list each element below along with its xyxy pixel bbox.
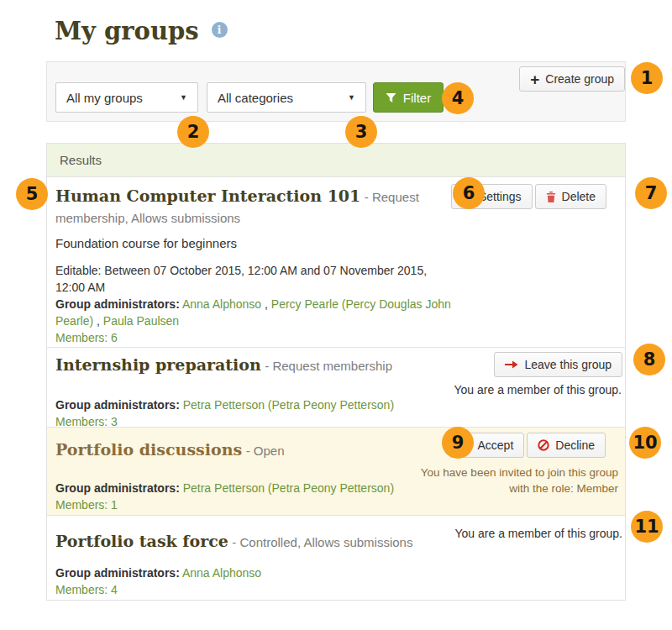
- results-list: Results Human Computer Interaction 101 -…: [46, 143, 626, 601]
- admin-link[interactable]: Paula Paulsen: [103, 314, 179, 328]
- plus-icon: +: [530, 71, 539, 87]
- admin-separator: ,: [93, 314, 103, 328]
- delete-button[interactable]: Delete: [535, 184, 606, 209]
- group-admins-label: Group administrators:: [55, 481, 180, 495]
- group-admins-label: Group administrators:: [55, 398, 180, 412]
- funnel-icon: [386, 92, 396, 103]
- admin-link[interactable]: Anna Alphonso: [182, 297, 261, 311]
- callout-11: 11: [631, 511, 663, 543]
- decline-button-label: Decline: [555, 438, 595, 452]
- group-filter-select[interactable]: All my groups ▼: [55, 82, 198, 113]
- decline-button[interactable]: Decline: [527, 433, 606, 458]
- admin-separator: ,: [261, 297, 271, 311]
- filter-bar: All my groups ▼ All categories ▼ Filter …: [46, 61, 626, 122]
- group-title-link[interactable]: Portfolio discussions: [55, 440, 242, 459]
- group-title-link[interactable]: Internship preparation: [55, 355, 261, 374]
- caret-down-icon: ▼: [180, 93, 187, 102]
- filter-button-label: Filter: [403, 91, 431, 105]
- group-members-link[interactable]: Members: 4: [55, 581, 612, 598]
- my-groups-page: My groups i All my groups ▼ All categori…: [0, 0, 672, 630]
- invitation-note: You have been invited to join this group…: [418, 465, 618, 496]
- group-admins-label: Group administrators:: [55, 297, 180, 311]
- callout-2: 2: [177, 116, 209, 148]
- group-row-internship-preparation: Internship preparation - Request members…: [47, 347, 625, 427]
- membership-note: You are a member of this group.: [454, 383, 622, 396]
- group-type-label: - Controlled, Allows submissions: [232, 535, 412, 549]
- group-description: Foundation course for beginners: [55, 235, 612, 252]
- caret-down-icon: ▼: [348, 93, 355, 102]
- admin-link[interactable]: Petra Petterson (Petra Peony Petterson): [183, 398, 394, 412]
- group-admins: Group administrators: Petra Petterson (P…: [55, 396, 612, 413]
- category-filter-value: All categories: [218, 91, 293, 105]
- group-title-link[interactable]: Human Computer Interaction 101: [55, 186, 360, 205]
- callout-10: 10: [629, 427, 661, 459]
- trash-icon: [546, 192, 556, 202]
- create-group-button[interactable]: + Create group: [519, 66, 625, 92]
- delete-button-label: Delete: [562, 190, 596, 203]
- group-title-link[interactable]: Portfolio task force: [55, 532, 228, 550]
- results-header: Results: [47, 144, 625, 177]
- callout-6: 6: [453, 177, 485, 209]
- callout-4: 4: [442, 82, 474, 114]
- callout-7: 7: [635, 177, 667, 209]
- callout-5: 5: [16, 178, 48, 210]
- group-action-buttons: Leave this group: [494, 352, 622, 377]
- filter-button[interactable]: Filter: [373, 82, 444, 113]
- callout-9: 9: [442, 427, 474, 459]
- prohibition-icon: [538, 439, 549, 451]
- callout-8: 8: [633, 344, 665, 375]
- group-type-label: - Open: [246, 444, 285, 458]
- callout-3: 3: [345, 116, 377, 148]
- group-title-line: Human Computer Interaction 101 - Request…: [55, 186, 433, 228]
- group-admins-label: Group administrators:: [55, 566, 180, 580]
- page-header: My groups i: [55, 18, 228, 45]
- membership-note: You are a member of this group.: [455, 526, 623, 541]
- group-admins: Group administrators: Anna Alphonso: [55, 564, 612, 581]
- callout-1: 1: [631, 62, 663, 94]
- leave-group-label: Leave this group: [524, 358, 612, 371]
- leave-group-button[interactable]: Leave this group: [494, 352, 622, 377]
- group-type-label: - Request membership: [265, 359, 392, 373]
- settings-button-label: Settings: [479, 190, 522, 203]
- group-members-link[interactable]: Members: 1: [55, 496, 612, 513]
- group-row-human-computer-interaction: Human Computer Interaction 101 - Request…: [47, 177, 625, 347]
- category-filter-select[interactable]: All categories ▼: [207, 82, 366, 113]
- group-filter-value: All my groups: [66, 91, 143, 105]
- group-editable-window: Editable: Between 07 October 2015, 12:00…: [55, 262, 459, 296]
- page-title: My groups: [55, 18, 199, 45]
- group-row-portfolio-task-force: Portfolio task force - Controlled, Allow…: [47, 515, 625, 599]
- admin-link[interactable]: Petra Petterson (Petra Peony Petterson): [183, 481, 394, 495]
- group-members-link[interactable]: Members: 6: [55, 329, 612, 346]
- accept-button-label: Accept: [477, 438, 513, 452]
- group-row-portfolio-discussions: Portfolio discussions - Open Group admin…: [47, 427, 625, 515]
- info-icon[interactable]: i: [212, 22, 228, 38]
- arrow-right-icon: [505, 360, 518, 369]
- create-group-label: Create group: [545, 72, 614, 86]
- group-admins: Group administrators: Anna Alphonso , Pe…: [55, 296, 475, 329]
- admin-link[interactable]: Anna Alphonso: [182, 566, 261, 580]
